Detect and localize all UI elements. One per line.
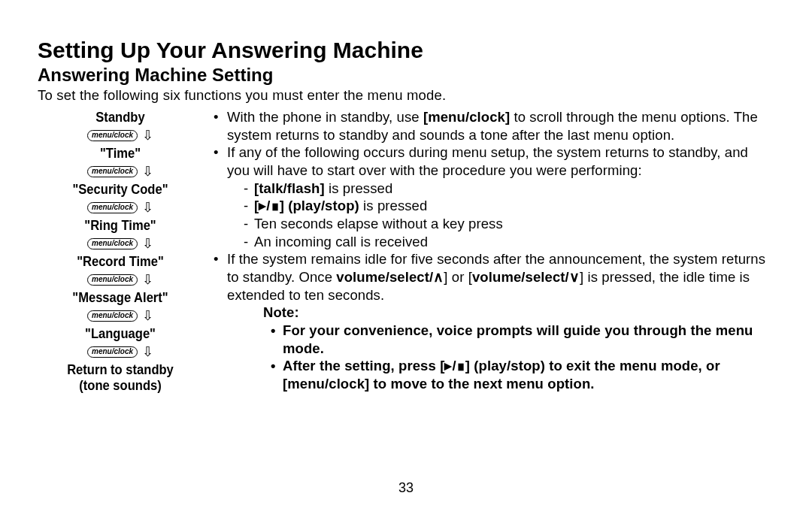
down-arrow-icon: ⇩ [142, 237, 153, 250]
flow-arrow-row: menu/clock ⇩ [38, 309, 203, 322]
body-content: With the phone in standby, use [menu/clo… [203, 108, 774, 393]
menu-clock-button-icon: menu/clock [87, 238, 138, 249]
down-arrow-icon: ⇩ [142, 309, 153, 322]
menu-clock-button-icon: menu/clock [87, 346, 138, 358]
flow-arrow-row: menu/clock ⇩ [38, 201, 203, 214]
section-subtitle: Answering Machine Setting [38, 65, 774, 86]
flow-arrow-row: menu/clock ⇩ [38, 237, 203, 250]
flow-arrow-row: menu/clock ⇩ [38, 165, 203, 178]
menu-flow: Standby menu/clock ⇩ "Time" menu/clock ⇩… [38, 108, 203, 393]
dash-item: An incoming call is received [244, 233, 774, 251]
intro-text: To set the following six functions you m… [38, 87, 774, 104]
note-label: Note: [263, 304, 774, 322]
text: is pressed [325, 180, 393, 196]
menu-clock-button-icon: menu/clock [87, 166, 138, 177]
key-label: volume/select/∨ [472, 269, 580, 285]
menu-clock-button-icon: menu/clock [87, 310, 138, 322]
down-arrow-icon: ⇩ [142, 165, 153, 178]
down-arrow-icon: ⇩ [142, 128, 153, 142]
flow-step: "Security Code" [44, 182, 196, 198]
key-label: [talk/flash] [254, 180, 325, 196]
flow-step: "Time" [44, 146, 196, 162]
note-item: For your convenience, voice prompts will… [263, 322, 774, 357]
flow-return-line1: Return to standby [67, 362, 174, 377]
dash-item: [▸/∎] (play/stop) is pressed [244, 197, 774, 215]
text: If any of the following occurs during me… [227, 144, 748, 178]
text: With the phone in standby, use [227, 109, 423, 125]
page-number: 33 [0, 480, 812, 496]
flow-step: "Record Time" [44, 254, 196, 270]
menu-clock-button-icon: menu/clock [87, 202, 138, 213]
text: ] or [ [444, 269, 472, 285]
flow-step: "Language" [44, 326, 196, 342]
bullet-item: If any of the following occurs during me… [211, 144, 774, 250]
dash-item: Ten seconds elapse without a key press [244, 215, 774, 233]
flow-arrow-row: menu/clock ⇩ [38, 345, 203, 358]
dash-list: [talk/flash] is pressed [▸/∎] (play/stop… [227, 180, 774, 251]
menu-clock-button-icon: menu/clock [87, 130, 138, 141]
flow-arrow-row: menu/clock ⇩ [38, 128, 203, 142]
key-label: [menu/clock] [423, 109, 510, 125]
down-arrow-icon: ⇩ [142, 201, 153, 214]
bullet-item: With the phone in standby, use [menu/clo… [211, 108, 774, 144]
content-columns: Standby menu/clock ⇩ "Time" menu/clock ⇩… [38, 108, 774, 393]
flow-return-line2: (tone sounds) [79, 378, 161, 393]
key-label: [▸/∎] (play/stop) [254, 198, 359, 213]
dash-item: [talk/flash] is pressed [244, 180, 774, 198]
flow-step: "Message Alert" [44, 290, 196, 306]
note-item: After the setting, press [▸/∎] (play/sto… [263, 357, 774, 392]
flow-arrow-row: menu/clock ⇩ [38, 273, 203, 286]
key-label: volume/select/∧ [336, 269, 444, 285]
text: is pressed [359, 198, 428, 213]
flow-return: Return to standby (tone sounds) [44, 362, 196, 393]
down-arrow-icon: ⇩ [142, 345, 153, 358]
page-title: Setting Up Your Answering Machine [38, 38, 774, 63]
text: Ten seconds elapse without a key press [254, 216, 503, 231]
bullet-item: If the system remains idle for five seco… [211, 250, 774, 304]
text: An incoming call is received [254, 234, 428, 249]
flow-step: "Ring Time" [44, 218, 196, 234]
down-arrow-icon: ⇩ [142, 273, 153, 286]
note-block: Note: For your convenience, voice prompt… [211, 304, 774, 392]
menu-clock-button-icon: menu/clock [87, 274, 138, 286]
flow-step: Standby [44, 110, 196, 125]
